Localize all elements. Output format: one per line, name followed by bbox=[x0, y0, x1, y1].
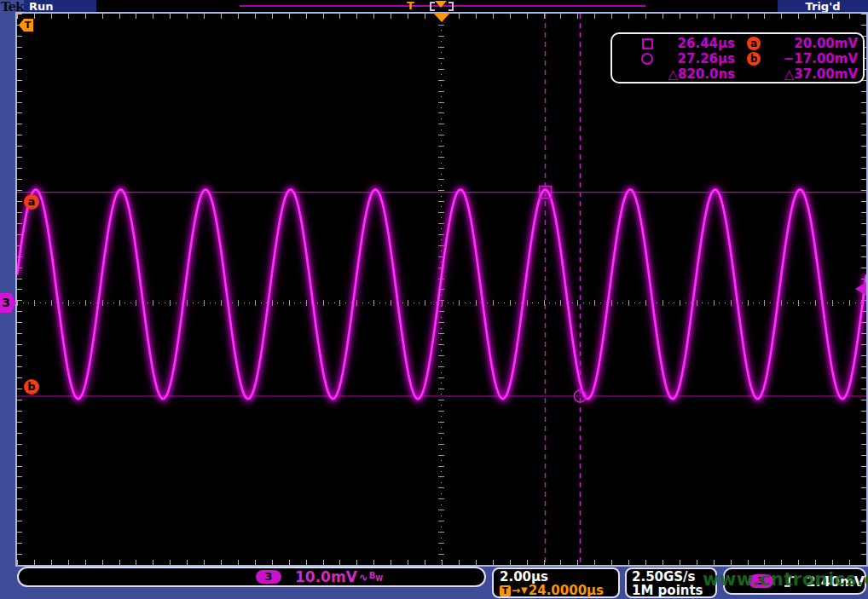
trigger-level-arrow-icon[interactable] bbox=[855, 282, 866, 296]
expansion-point-marker-icon[interactable] bbox=[433, 13, 450, 22]
cursor-b-voltage: −17.00mV bbox=[773, 51, 858, 66]
cursor-b-badge[interactable]: b bbox=[24, 379, 39, 395]
horizontal-readout-box[interactable]: 2.00µs T → ▼ 24.0000µs bbox=[492, 567, 620, 598]
graticule-frame: T a b 26.44µs a 20.00mV 27.26µs b −17.00… bbox=[15, 12, 868, 567]
record-expansion-point-icon bbox=[435, 1, 447, 8]
waveform-trace-glow bbox=[17, 189, 866, 399]
cursor-readout-row-a: 26.44µs a 20.00mV bbox=[612, 36, 863, 51]
cursor-a-voltage: 20.00mV bbox=[773, 36, 858, 51]
circle-cursor-icon bbox=[641, 53, 653, 65]
cursor-b-time: 27.26µs bbox=[657, 51, 735, 66]
acquisition-status-badge: Run bbox=[24, 0, 96, 13]
waveform-plot bbox=[17, 14, 866, 565]
watermark: www.cntronics.com bbox=[703, 569, 868, 590]
cursor-readout-row-delta: △820.0ns △37.00mV bbox=[612, 66, 863, 82]
cursor-b-badge-icon: b bbox=[747, 52, 761, 66]
record-window-bracket-right[interactable] bbox=[448, 2, 454, 11]
triangle-down-icon: ▼ bbox=[521, 584, 528, 597]
arrow-right-icon: → bbox=[512, 584, 520, 597]
channel-3-scale: 10.0mV bbox=[295, 568, 357, 585]
coupling-sine-icon: ∿ bbox=[359, 571, 368, 584]
trigger-t-icon: T bbox=[500, 585, 511, 596]
bandwidth-limit-icon: BW bbox=[369, 571, 383, 583]
horizontal-delay-value: 24.0000µs bbox=[529, 584, 604, 597]
graticule: T a b 26.44µs a 20.00mV 27.26µs b −17.00… bbox=[17, 14, 866, 565]
trigger-status-badge: Trig'd bbox=[778, 0, 868, 13]
cursor-readout-row-b: 27.26µs b −17.00mV bbox=[612, 51, 863, 66]
record-trigger-position-icon: T bbox=[407, 0, 414, 12]
cursor-a-badge[interactable]: a bbox=[24, 194, 39, 210]
delta-voltage: △37.00mV bbox=[773, 66, 858, 82]
cursor-a-time: 26.44µs bbox=[657, 36, 735, 51]
channel-3-badge: 3 bbox=[256, 570, 281, 584]
channel-3-readout-box[interactable]: 3 10.0mV ∿ BW bbox=[17, 567, 486, 587]
delta-time: △820.0ns bbox=[657, 66, 735, 82]
top-status-bar: Tek Run T Trig'd bbox=[0, 0, 868, 13]
cursor-a-badge-icon: a bbox=[747, 37, 761, 50]
channel-3-position-marker[interactable]: 3 bbox=[0, 293, 16, 313]
horizontal-scale: 2.00µs bbox=[500, 570, 618, 584]
horizontal-delay-row: T → ▼ 24.0000µs bbox=[500, 584, 618, 597]
square-cursor-icon bbox=[642, 38, 653, 49]
brand-corner: Tek bbox=[0, 0, 24, 13]
oscilloscope-screen: Tek Run T Trig'd bbox=[0, 0, 868, 599]
cursor-readout-panel: 26.44µs a 20.00mV 27.26µs b −17.00mV △82… bbox=[610, 32, 865, 84]
